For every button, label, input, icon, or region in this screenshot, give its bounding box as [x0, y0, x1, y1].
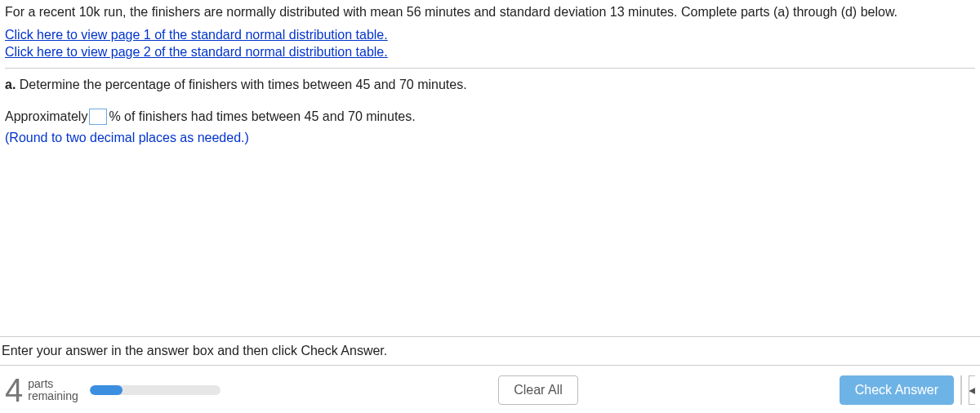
percentage-input[interactable]: [89, 109, 107, 125]
submit-instruction-bar: Enter your answer in the answer box and …: [0, 336, 980, 366]
clear-all-button[interactable]: Clear All: [498, 375, 578, 405]
check-answer-button[interactable]: Check Answer: [840, 375, 954, 405]
section-divider: [5, 68, 975, 69]
link-table-page-2[interactable]: Click here to view page 2 of the standar…: [5, 43, 975, 61]
footer-divider: [960, 375, 962, 405]
reference-links: Click here to view page 1 of the standar…: [5, 26, 975, 61]
part-a-question: a. Determine the percentage of finishers…: [5, 75, 975, 95]
part-a-label: a.: [5, 78, 16, 91]
submit-instruction-text: Enter your answer in the answer box and …: [0, 344, 980, 358]
progress-bar: [90, 385, 220, 395]
parts-remaining-number: 4: [5, 374, 23, 406]
progress-fill: [90, 385, 122, 395]
link-table-page-1[interactable]: Click here to view page 1 of the standar…: [5, 26, 975, 44]
parts-remaining: 4 parts remaining: [5, 374, 78, 406]
part-a-answer-line: Approximately % of finishers had times b…: [5, 106, 975, 127]
parts-label-bottom: remaining: [28, 390, 78, 402]
answer-prefix: Approximately: [5, 106, 87, 127]
answer-suffix: % of finishers had times between 45 and …: [109, 106, 415, 127]
problem-intro: For a recent 10k run, the finishers are …: [5, 3, 975, 21]
footer-bar: 4 parts remaining Clear All Check Answer…: [0, 367, 980, 413]
next-button-partial[interactable]: ◄: [969, 375, 975, 405]
rounding-hint: (Round to two decimal places as needed.): [5, 128, 975, 148]
parts-label-top: parts: [28, 378, 78, 390]
part-a-text: Determine the percentage of finishers wi…: [16, 78, 466, 91]
parts-remaining-label: parts remaining: [28, 378, 78, 403]
